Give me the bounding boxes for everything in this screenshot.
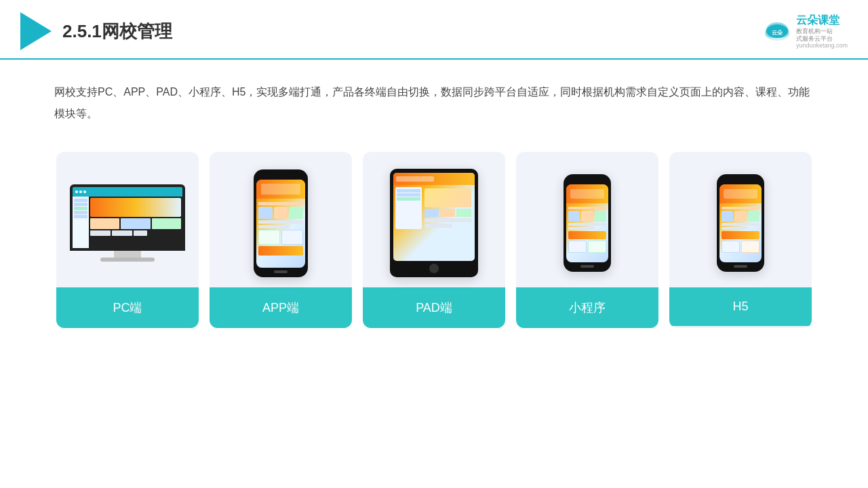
description-text: 网校支持PC、APP、PAD、小程序、H5，实现多端打通，产品各终端自由切换，数… xyxy=(0,60,868,138)
card-pad-image xyxy=(363,152,505,287)
card-app: APP端 xyxy=(210,152,352,328)
card-h5: H5 xyxy=(669,152,812,328)
header-left: 2.5.1网校管理 xyxy=(20,12,172,50)
card-miniprogram: 小程序 xyxy=(516,152,658,328)
tablet-mockup xyxy=(390,169,478,277)
brand-name: 云朵课堂 xyxy=(796,14,840,28)
brand-url: yunduoketang.com xyxy=(796,42,848,49)
card-pad-label: PAD端 xyxy=(363,287,505,328)
card-app-label: APP端 xyxy=(210,287,352,328)
card-pc: PC端 xyxy=(56,152,199,328)
cloud-icon: 云朵 xyxy=(762,20,792,42)
brand-slogan: 教育机构一站 式服务云平台 xyxy=(796,28,833,43)
card-h5-image xyxy=(669,152,812,287)
card-app-image xyxy=(210,152,352,287)
page-header: 2.5.1网校管理 云朵 云朵课堂 教育机构一站 式服务云平台 yunduoke… xyxy=(0,0,868,60)
phone-mockup-mini xyxy=(564,174,611,272)
brand-text: 云朵课堂 教育机构一站 式服务云平台 yunduoketang.com xyxy=(796,14,848,49)
card-miniprogram-label: 小程序 xyxy=(516,287,658,328)
card-pc-image xyxy=(56,152,199,287)
logo-triangle-icon xyxy=(20,12,52,50)
svg-text:云朵: 云朵 xyxy=(772,30,783,36)
card-pad: PAD端 xyxy=(363,152,505,328)
cards-container: PC端 xyxy=(0,138,868,342)
card-h5-label: H5 xyxy=(669,287,812,326)
card-miniprogram-image xyxy=(516,152,658,287)
phone-mockup-h5 xyxy=(717,174,764,272)
header-right: 云朵 云朵课堂 教育机构一站 式服务云平台 yunduoketang.com xyxy=(762,14,848,49)
phone-mockup-app xyxy=(254,169,308,277)
pc-mockup xyxy=(70,184,185,262)
brand-logo: 云朵 云朵课堂 教育机构一站 式服务云平台 yunduoketang.com xyxy=(762,14,848,49)
page-title: 2.5.1网校管理 xyxy=(62,20,172,43)
card-pc-label: PC端 xyxy=(56,287,199,328)
